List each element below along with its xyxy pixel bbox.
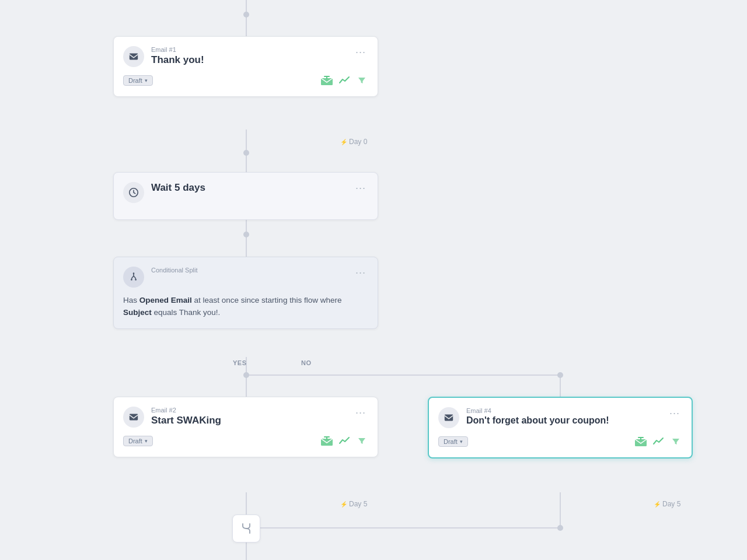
svg-rect-10 — [130, 54, 138, 60]
split-node: Conditional Split ··· Has Opened Email a… — [113, 257, 378, 329]
email2-draft-badge[interactable]: Draft — [123, 436, 153, 446]
email1-more-button[interactable]: ··· — [353, 46, 368, 58]
dot-top — [243, 12, 249, 18]
split-more-button[interactable]: ··· — [353, 267, 368, 279]
email4-icon — [438, 407, 459, 428]
split-text-part1: Has — [123, 296, 139, 304]
email2-actions — [320, 435, 368, 447]
email1-open-icon[interactable] — [320, 74, 333, 87]
email1-title: Thank you! — [151, 54, 346, 66]
dot-split-top — [243, 232, 249, 237]
dot-wait-top — [243, 150, 249, 156]
wait-more-button[interactable]: ··· — [353, 182, 368, 194]
email1-actions — [320, 74, 368, 87]
split-title-group: Conditional Split — [151, 267, 346, 275]
svg-point-14 — [131, 279, 132, 281]
email4-title: Don't forget about your coupon! — [466, 415, 660, 426]
split-header: Conditional Split ··· — [123, 267, 368, 288]
email2-open-icon[interactable] — [320, 435, 333, 447]
email2-title-group: Email #2 Start SWAKing — [151, 407, 346, 426]
split-description: Has Opened Email at least once since sta… — [123, 295, 368, 319]
split-icon — [123, 267, 144, 288]
email4-more-button[interactable]: ··· — [667, 407, 682, 419]
email4-footer: Draft — [438, 435, 682, 448]
email1-node: Email #1 Thank you! ··· Draft — [113, 36, 378, 97]
email2-node: Email #2 Start SWAKing ··· Draft — [113, 397, 378, 457]
email2-trend-icon[interactable] — [338, 435, 351, 447]
dot-merge-right — [557, 525, 563, 531]
email2-subtitle: Email #2 — [151, 407, 346, 414]
split-bold1: Opened Email — [139, 296, 192, 304]
email2-more-button[interactable]: ··· — [353, 407, 368, 419]
svg-rect-18 — [445, 415, 453, 421]
split-text-part3: equals Thank you!. — [152, 308, 221, 317]
email1-icon — [123, 46, 144, 67]
email1-trend-icon[interactable] — [338, 74, 351, 87]
yes-label: YES — [233, 359, 247, 366]
svg-rect-16 — [130, 414, 138, 421]
email1-subtitle: Email #1 — [151, 46, 346, 53]
email2-footer: Draft — [123, 435, 368, 447]
email1-header: Email #1 Thank you! ··· — [123, 46, 368, 67]
email2-icon — [123, 407, 144, 428]
svg-point-13 — [133, 272, 135, 274]
no-label: NO — [301, 359, 312, 366]
wait-node: Wait 5 days ··· — [113, 172, 378, 220]
svg-point-15 — [135, 279, 137, 281]
email1-draft-badge[interactable]: Draft — [123, 75, 153, 86]
email2-title: Start SWAKing — [151, 415, 346, 426]
dot-yes — [243, 372, 249, 378]
dot-no — [557, 372, 563, 378]
email1-title-group: Email #1 Thank you! — [151, 46, 346, 66]
wait-title: Wait 5 days — [151, 182, 346, 194]
email4-node: Email #4 Don't forget about your coupon!… — [428, 397, 693, 459]
day5-right-label: Day 5 — [654, 500, 680, 508]
split-bold2: Subject — [123, 308, 152, 317]
split-subtitle: Conditional Split — [151, 267, 346, 274]
email4-filter-icon[interactable] — [669, 435, 682, 448]
email1-filter-icon[interactable] — [355, 74, 368, 87]
email4-trend-icon[interactable] — [652, 435, 665, 448]
email4-subtitle: Email #4 — [466, 407, 660, 414]
email2-header: Email #2 Start SWAKing ··· — [123, 407, 368, 428]
email4-title-group: Email #4 Don't forget about your coupon! — [466, 407, 660, 426]
email4-header: Email #4 Don't forget about your coupon!… — [438, 407, 682, 428]
day0-label: Day 0 — [340, 138, 367, 146]
day5-left-label: Day 5 — [340, 500, 367, 508]
flow-canvas: Email #1 Thank you! ··· Draft — [0, 0, 747, 560]
wait-header: Wait 5 days ··· — [123, 182, 368, 203]
merge-node[interactable] — [232, 514, 260, 542]
email4-actions — [634, 435, 682, 448]
email4-open-icon[interactable] — [634, 435, 647, 448]
email1-footer: Draft — [123, 74, 368, 87]
email2-filter-icon[interactable] — [355, 435, 368, 447]
wait-title-group: Wait 5 days — [151, 182, 346, 194]
email4-draft-badge[interactable]: Draft — [438, 436, 468, 447]
wait-icon — [123, 182, 144, 203]
split-text-part2: at least once since starting this flow w… — [192, 296, 342, 304]
